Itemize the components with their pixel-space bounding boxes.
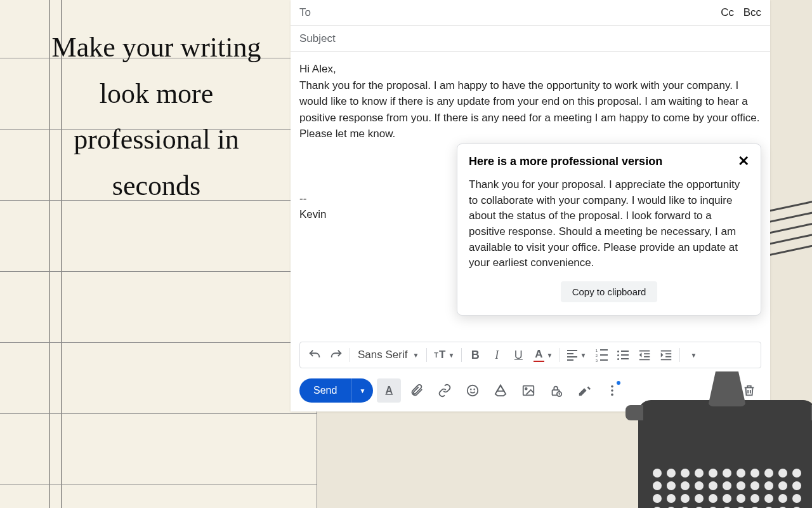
emoji-icon[interactable] (461, 378, 485, 403)
svg-point-12 (525, 388, 527, 390)
text-color-icon[interactable]: A ▼ (529, 344, 557, 366)
send-button[interactable]: Send ▼ (299, 378, 373, 403)
popup-body: Thank you for your proposal. I appreciat… (469, 177, 749, 271)
format-toolbar: Sans Serif ▼ TT ▼ B I U A ▼ ▼ 123 (299, 342, 761, 368)
numbered-list-icon[interactable]: 123 (591, 344, 612, 366)
bold-icon[interactable]: B (464, 344, 486, 366)
italic-icon[interactable]: I (486, 344, 508, 366)
signature-icon[interactable] (572, 378, 596, 403)
svg-point-8 (468, 385, 478, 396)
svg-rect-1 (644, 353, 650, 354)
copy-clipboard-button[interactable]: Copy to clipboard (561, 281, 658, 302)
text-style-icon[interactable]: A (377, 378, 401, 403)
font-select[interactable]: Sans Serif ▼ (353, 349, 424, 361)
body-text: Thank you for the proposal. I am happy t… (299, 77, 761, 142)
svg-point-9 (471, 389, 471, 390)
svg-point-17 (611, 394, 613, 396)
indent-more-icon[interactable] (655, 344, 677, 366)
font-size-icon[interactable]: TT ▼ (429, 344, 459, 366)
underline-icon[interactable]: U (508, 344, 529, 366)
svg-rect-4 (661, 351, 672, 352)
svg-point-10 (475, 389, 475, 390)
compose-bottom-bar: Send ▼ A (299, 378, 761, 403)
font-label: Sans Serif (358, 349, 407, 361)
svg-point-16 (611, 389, 613, 392)
subject-placeholder: Subject (299, 32, 336, 45)
svg-rect-0 (639, 351, 650, 352)
align-icon[interactable]: ▼ (563, 344, 591, 366)
promo-text: Make your writing look more professional… (48, 25, 265, 209)
bulleted-list-icon[interactable] (612, 344, 634, 366)
attach-icon[interactable] (405, 378, 429, 403)
more-options-icon[interactable] (600, 378, 624, 403)
undo-icon[interactable] (304, 344, 325, 366)
svg-rect-3 (639, 359, 650, 360)
chevron-down-icon: ▼ (412, 352, 419, 359)
more-format-icon[interactable]: ▼ (683, 344, 704, 366)
popup-title: Here is a more professional version (469, 155, 662, 168)
close-icon[interactable]: ✕ (738, 154, 749, 168)
svg-rect-6 (665, 356, 671, 358)
to-row[interactable]: To Cc Bcc (291, 0, 770, 26)
cc-link[interactable]: Cc (721, 6, 734, 18)
link-icon[interactable] (433, 378, 457, 403)
svg-point-15 (611, 385, 613, 388)
svg-rect-7 (661, 359, 672, 360)
body-greeting: Hi Alex, (299, 61, 761, 77)
typewriter-graphic (638, 400, 812, 508)
svg-rect-2 (644, 356, 650, 358)
send-options-icon[interactable]: ▼ (351, 378, 373, 403)
suggestion-popup: Here is a more professional version ✕ Th… (457, 144, 761, 316)
bcc-link[interactable]: Bcc (743, 6, 761, 18)
svg-rect-5 (665, 353, 671, 354)
confidential-icon[interactable] (544, 378, 568, 403)
image-icon[interactable] (516, 378, 540, 403)
notebook-paper: Make your writing look more professional… (0, 0, 317, 508)
drive-icon[interactable] (488, 378, 513, 403)
indent-less-icon[interactable] (634, 344, 655, 366)
subject-row[interactable]: Subject (291, 26, 770, 52)
to-label: To (299, 6, 311, 19)
compose-window: To Cc Bcc Subject Hi Alex, Thank you for… (291, 0, 770, 411)
send-label: Send (299, 378, 351, 403)
redo-icon[interactable] (325, 344, 347, 366)
